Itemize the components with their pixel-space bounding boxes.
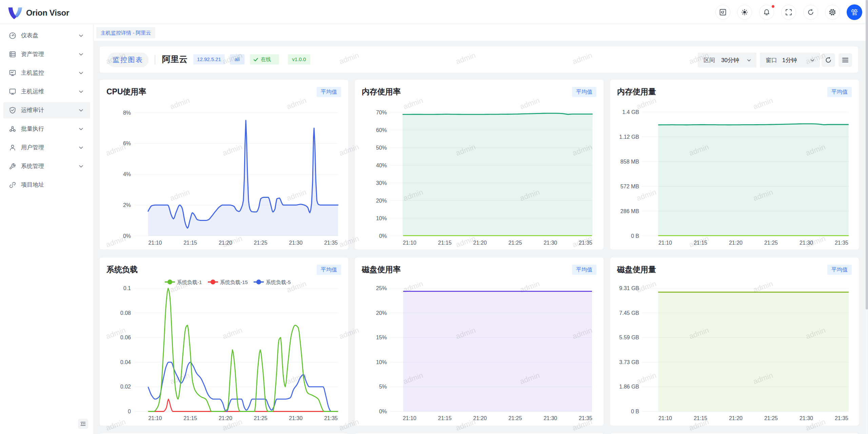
svg-text:60%: 60% <box>376 127 387 133</box>
svg-text:21:20: 21:20 <box>729 240 743 246</box>
svg-text:21:20: 21:20 <box>473 240 487 246</box>
svg-text:10%: 10% <box>376 215 387 221</box>
svg-text:0.04: 0.04 <box>120 359 131 365</box>
svg-text:5%: 5% <box>379 384 387 390</box>
svg-text:21:35: 21:35 <box>579 240 592 246</box>
svg-text:21:10: 21:10 <box>658 240 672 246</box>
svg-text:7.45 GB: 7.45 GB <box>619 310 639 316</box>
svg-text:0%: 0% <box>379 233 387 239</box>
svg-text:15%: 15% <box>376 335 387 340</box>
svg-text:0 B: 0 B <box>631 409 639 414</box>
svg-text:20%: 20% <box>376 310 387 316</box>
svg-text:21:25: 21:25 <box>764 240 778 246</box>
svg-text:21:30: 21:30 <box>544 415 557 421</box>
svg-text:21:25: 21:25 <box>764 415 778 421</box>
svg-text:21:15: 21:15 <box>694 415 707 421</box>
svg-text:1.4 GB: 1.4 GB <box>622 109 639 115</box>
svg-text:21:30: 21:30 <box>289 240 302 246</box>
svg-text:10%: 10% <box>376 359 387 365</box>
svg-text:21:35: 21:35 <box>835 240 848 246</box>
svg-text:21:15: 21:15 <box>438 240 452 246</box>
svg-text:1.86 GB: 1.86 GB <box>619 384 639 390</box>
svg-text:9.31 GB: 9.31 GB <box>619 285 639 291</box>
svg-text:20%: 20% <box>376 198 387 204</box>
svg-text:21:30: 21:30 <box>544 240 557 246</box>
svg-text:4%: 4% <box>123 171 131 177</box>
svg-text:0%: 0% <box>123 233 131 239</box>
svg-text:21:20: 21:20 <box>473 415 487 421</box>
svg-text:21:20: 21:20 <box>219 240 232 246</box>
svg-text:21:10: 21:10 <box>403 240 416 246</box>
svg-text:21:35: 21:35 <box>324 415 338 421</box>
svg-text:系统负载-5: 系统负载-5 <box>266 279 291 285</box>
svg-text:21:15: 21:15 <box>438 415 452 421</box>
svg-text:2%: 2% <box>123 202 131 208</box>
svg-text:0 B: 0 B <box>631 233 639 239</box>
svg-text:0.1: 0.1 <box>123 285 131 291</box>
svg-text:21:10: 21:10 <box>403 415 416 421</box>
svg-text:21:15: 21:15 <box>694 240 707 246</box>
svg-text:21:35: 21:35 <box>835 415 848 421</box>
svg-text:25%: 25% <box>376 285 387 291</box>
svg-text:3.73 GB: 3.73 GB <box>619 359 639 365</box>
svg-text:21:10: 21:10 <box>658 415 672 421</box>
svg-text:21:20: 21:20 <box>729 415 743 421</box>
svg-text:21:25: 21:25 <box>254 240 268 246</box>
svg-text:21:25: 21:25 <box>508 240 522 246</box>
svg-text:858 MB: 858 MB <box>620 159 639 165</box>
svg-text:40%: 40% <box>376 163 387 168</box>
svg-text:21:20: 21:20 <box>219 415 232 421</box>
svg-text:21:25: 21:25 <box>508 415 522 421</box>
svg-text:0.06: 0.06 <box>120 335 131 340</box>
svg-text:286 MB: 286 MB <box>620 208 639 214</box>
svg-text:572 MB: 572 MB <box>620 184 639 189</box>
svg-text:21:25: 21:25 <box>254 415 268 421</box>
svg-text:21:10: 21:10 <box>148 415 162 421</box>
svg-text:21:35: 21:35 <box>324 240 338 246</box>
svg-text:1.12 GB: 1.12 GB <box>619 134 639 140</box>
svg-text:0.02: 0.02 <box>120 384 131 390</box>
svg-text:系统负载-1: 系统负载-1 <box>177 279 202 285</box>
svg-text:21:15: 21:15 <box>183 240 197 246</box>
svg-text:0%: 0% <box>379 409 387 414</box>
svg-text:0: 0 <box>128 409 131 414</box>
svg-text:0.08: 0.08 <box>120 310 131 316</box>
svg-text:21:30: 21:30 <box>800 240 813 246</box>
svg-text:30%: 30% <box>376 180 387 186</box>
svg-text:6%: 6% <box>123 140 131 146</box>
svg-text:70%: 70% <box>376 110 387 115</box>
svg-text:8%: 8% <box>123 110 131 116</box>
svg-text:21:10: 21:10 <box>148 240 162 246</box>
svg-text:21:30: 21:30 <box>289 415 302 421</box>
svg-text:50%: 50% <box>376 145 387 151</box>
svg-text:21:30: 21:30 <box>800 415 813 421</box>
svg-text:21:15: 21:15 <box>183 415 197 421</box>
svg-text:系统负载-15: 系统负载-15 <box>220 279 248 285</box>
svg-text:5.59 GB: 5.59 GB <box>619 335 639 340</box>
svg-text:21:35: 21:35 <box>579 415 592 421</box>
